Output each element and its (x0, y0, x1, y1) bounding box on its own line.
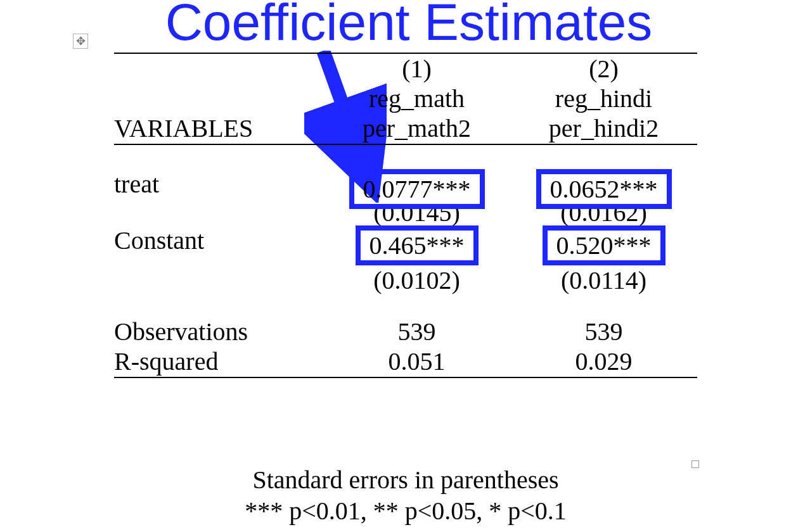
table-row-se: (0.0102) (0.0114) (114, 265, 697, 295)
se-value: (0.0102) (323, 265, 510, 295)
table-row: Observations 539 539 (114, 317, 697, 346)
col2-label-2: per_hindi2 (510, 113, 697, 143)
variables-heading: VARIABLES (114, 113, 323, 143)
note-sig: *** p<0.01, ** p<0.05, * p<0.1 (114, 496, 697, 527)
col1-label-2: per_math2 (323, 113, 510, 143)
page-title: Coefficient Estimates (111, 0, 707, 52)
highlight-box: 0.520*** (543, 225, 665, 265)
col1-number: (1) (323, 54, 510, 84)
stat-value: 539 (510, 317, 697, 346)
slide: Coefficient Estimates ✥ (1) (2) reg_math… (0, 0, 810, 532)
row-label-r2: R-squared (114, 346, 323, 376)
highlight-box: 0.0652*** (536, 169, 672, 209)
highlight-box: 0.0777*** (349, 169, 485, 209)
row-label-obs: Observations (114, 317, 323, 346)
table-row: Constant 0.465*** 0.520*** (114, 225, 697, 265)
table-row: R-squared 0.051 0.029 (114, 346, 697, 376)
stat-value: 539 (323, 317, 510, 346)
se-value: (0.0114) (510, 265, 697, 295)
highlight-box: 0.465*** (356, 225, 479, 265)
regression-table: (1) (2) reg_math reg_hindi VARIABLES per… (114, 53, 697, 378)
note-se: Standard errors in parentheses (114, 465, 697, 496)
table-header: (1) (2) reg_math reg_hindi VARIABLES per… (114, 54, 697, 144)
move-handle-icon[interactable]: ✥ (73, 34, 88, 49)
table-notes: Standard errors in parentheses *** p<0.0… (114, 465, 697, 527)
row-label-constant: Constant (114, 225, 323, 265)
row-label-treat: treat (114, 169, 323, 209)
table-row: treat 0.0777*** 0.0652*** (114, 169, 697, 209)
table-row-se: (0.0145) (0.0162) (114, 209, 697, 225)
col1-label-1: reg_math (323, 84, 510, 113)
col2-label-1: reg_hindi (510, 84, 697, 113)
col2-number: (2) (510, 54, 697, 84)
stat-value: 0.051 (323, 346, 510, 376)
stat-value: 0.029 (510, 346, 697, 376)
rule-bottom (114, 377, 697, 378)
